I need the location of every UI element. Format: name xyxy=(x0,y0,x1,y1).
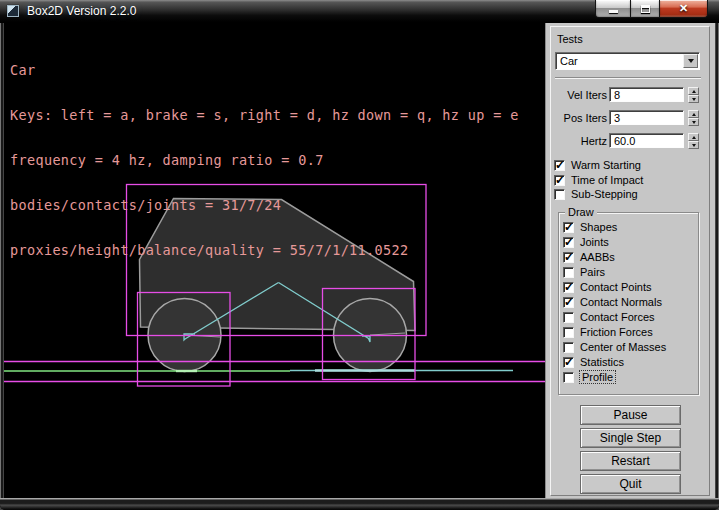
tests-dropdown-button[interactable] xyxy=(683,54,698,68)
checkbox-box[interactable] xyxy=(563,237,574,248)
separator-line xyxy=(555,77,701,79)
checkbox-label: Contact Normals xyxy=(580,296,662,308)
checkbox-label: Warm Starting xyxy=(571,159,641,171)
checkbox-box[interactable] xyxy=(563,357,574,368)
app-window: Box2D Version 2.2.0 ✕ xyxy=(0,0,719,510)
checkbox-box[interactable] xyxy=(563,267,574,278)
caption-button-group: ✕ xyxy=(595,0,708,18)
hertz-up-button[interactable] xyxy=(688,133,699,141)
checkbox-statistics[interactable]: Statistics xyxy=(563,356,624,368)
checkbox-joints[interactable]: Joints xyxy=(563,236,609,248)
tests-dropdown[interactable]: Car xyxy=(555,52,700,70)
checkbox-pairs[interactable]: Pairs xyxy=(563,266,605,278)
checkbox-contact-forces[interactable]: Contact Forces xyxy=(563,311,655,323)
checkbox-label: Pairs xyxy=(580,266,605,278)
arrow-down-icon xyxy=(692,144,696,147)
checkbox-friction-forces[interactable]: Friction Forces xyxy=(563,326,653,338)
close-icon: ✕ xyxy=(679,3,688,14)
checkbox-warm-starting[interactable]: Warm Starting xyxy=(554,159,641,171)
arrow-up-icon xyxy=(692,136,696,139)
pause-button[interactable]: Pause xyxy=(580,405,681,425)
checkbox-time-of-impact[interactable]: Time of Impact xyxy=(554,174,643,186)
hertz-field[interactable]: 60.0 xyxy=(609,133,684,148)
checkbox-box[interactable] xyxy=(563,252,574,263)
checkbox-contact-points[interactable]: Contact Points xyxy=(563,281,652,293)
vel-iters-up-button[interactable] xyxy=(688,87,699,95)
tests-dropdown-value: Car xyxy=(560,55,578,67)
app-icon xyxy=(7,5,19,17)
maximize-button[interactable] xyxy=(631,0,659,18)
checkbox-center-of-masses[interactable]: Center of Masses xyxy=(563,341,666,353)
hertz-spinner xyxy=(688,133,699,149)
debug-line-proxies: proxies/height/balance/quality = 55/7/1/… xyxy=(10,243,519,258)
chevron-down-icon xyxy=(688,59,694,63)
minimize-icon xyxy=(609,10,618,13)
quit-button[interactable]: Quit xyxy=(580,474,681,494)
checkbox-profile[interactable]: Profile xyxy=(563,371,615,383)
checkbox-label: Shapes xyxy=(580,221,617,233)
checkbox-label: Profile xyxy=(580,371,615,383)
checkbox-aabbs[interactable]: AABBs xyxy=(563,251,615,263)
tests-label: Tests xyxy=(557,33,583,45)
checkbox-sub-stepping[interactable]: Sub-Stepping xyxy=(554,188,638,200)
maximize-icon xyxy=(641,5,650,13)
debug-line-bodies: bodies/contacts/joints = 31/7/24 xyxy=(10,198,519,213)
pos-iters-field[interactable]: 3 xyxy=(609,110,684,125)
minimize-button[interactable] xyxy=(595,0,631,18)
checkbox-shapes[interactable]: Shapes xyxy=(563,221,617,233)
checkbox-box[interactable] xyxy=(563,222,574,233)
single-step-button[interactable]: Single Step xyxy=(580,428,681,448)
checkbox-label: Center of Masses xyxy=(580,341,666,353)
pos-iters-label: Pos Iters xyxy=(546,112,607,124)
debug-line-frequency: frequency = 4 hz, damping ratio = 0.7 xyxy=(10,153,519,168)
close-button[interactable]: ✕ xyxy=(659,0,708,18)
checkbox-contact-normals[interactable]: Contact Normals xyxy=(563,296,662,308)
checkbox-box[interactable] xyxy=(563,297,574,308)
checkbox-box[interactable] xyxy=(554,160,565,171)
hertz-label: Hertz xyxy=(546,135,607,147)
draw-group-label: Draw xyxy=(565,206,597,218)
window-title: Box2D Version 2.2.0 xyxy=(27,4,136,18)
restart-button[interactable]: Restart xyxy=(580,451,681,471)
physics-canvas[interactable]: Car Keys: left = a, brake = s, right = d… xyxy=(4,23,545,498)
control-panel: Tests Car Vel Iters 8 Pos Iters 3 Hertz … xyxy=(545,23,715,498)
checkbox-box[interactable] xyxy=(554,189,565,200)
window-border-right xyxy=(715,23,719,498)
checkbox-box[interactable] xyxy=(554,175,565,186)
checkbox-label: Sub-Stepping xyxy=(571,188,638,200)
checkbox-label: AABBs xyxy=(580,251,615,263)
window-border-bottom xyxy=(0,498,719,510)
checkbox-label: Contact Points xyxy=(580,281,652,293)
pos-iters-up-button[interactable] xyxy=(688,110,699,118)
arrow-down-icon xyxy=(692,121,696,124)
checkbox-box[interactable] xyxy=(563,312,574,323)
checkbox-box[interactable] xyxy=(563,327,574,338)
pos-iters-spinner xyxy=(688,110,699,126)
checkbox-label: Time of Impact xyxy=(571,174,643,186)
debug-text-overlay: Car Keys: left = a, brake = s, right = d… xyxy=(10,33,519,288)
arrow-up-icon xyxy=(692,113,696,116)
checkbox-label: Contact Forces xyxy=(580,311,655,323)
vel-iters-field[interactable]: 8 xyxy=(609,87,684,102)
vel-iters-spinner xyxy=(688,87,699,103)
pos-iters-down-button[interactable] xyxy=(688,118,699,126)
arrow-up-icon xyxy=(692,90,696,93)
title-bar[interactable]: Box2D Version 2.2.0 ✕ xyxy=(0,0,719,23)
debug-line-keys: Keys: left = a, brake = s, right = d, hz… xyxy=(10,108,519,123)
checkbox-box[interactable] xyxy=(563,372,574,383)
checkbox-box[interactable] xyxy=(563,282,574,293)
vel-iters-down-button[interactable] xyxy=(688,95,699,103)
checkbox-box[interactable] xyxy=(563,342,574,353)
checkbox-label: Joints xyxy=(580,236,609,248)
arrow-down-icon xyxy=(692,98,696,101)
vel-iters-label: Vel Iters xyxy=(546,89,607,101)
hertz-down-button[interactable] xyxy=(688,141,699,149)
checkbox-label: Statistics xyxy=(580,356,624,368)
checkbox-label: Friction Forces xyxy=(580,326,653,338)
debug-line-title: Car xyxy=(10,63,519,78)
